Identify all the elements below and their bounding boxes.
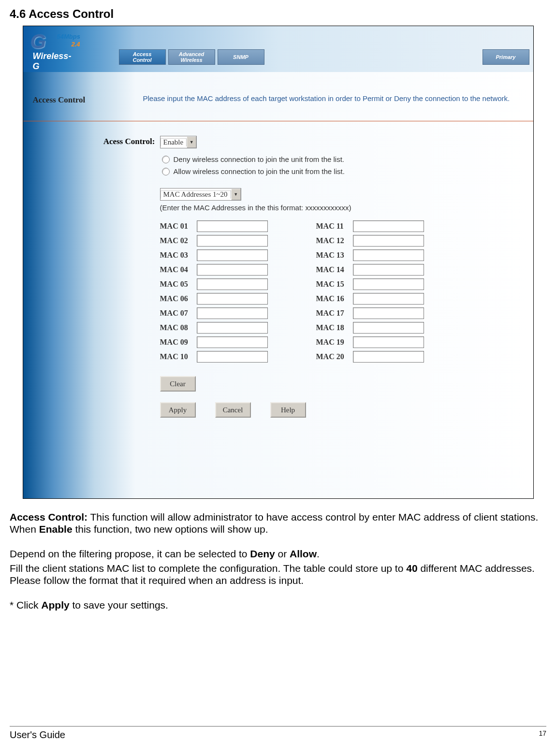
tab-snmp[interactable]: SNMP [218, 49, 264, 65]
logo-wireless-g: Wireless-G [33, 51, 72, 72]
mac-format-hint: (Enter the MAC Addresses in the this for… [160, 204, 424, 212]
mac-row: MAC 09 [160, 336, 268, 348]
mac-input-06[interactable] [197, 293, 268, 305]
apply-button[interactable]: Apply [160, 402, 196, 418]
mac-label: MAC 20 [316, 352, 353, 361]
radio-deny-row[interactable]: Deny wireless connection to join the uni… [160, 155, 424, 163]
mac-row: MAC 12 [316, 235, 424, 247]
mac-input-05[interactable] [197, 278, 268, 290]
mac-input-15[interactable] [353, 278, 424, 290]
tab-access-control[interactable]: Access Control [119, 49, 166, 65]
tab-advanced-wireless[interactable]: Advanced Wireless [168, 49, 215, 65]
access-control-select[interactable]: Enable ▼ [160, 136, 197, 148]
mac-input-16[interactable] [353, 293, 424, 305]
mac-input-20[interactable] [353, 351, 424, 363]
radio-deny-label: Deny wireless connection to join the uni… [174, 155, 345, 163]
chevron-down-icon[interactable]: ▼ [187, 136, 196, 148]
logo: G 54Mbps 2.4 Wireless-G [30, 30, 46, 53]
form-label: Acess Control: [23, 136, 155, 479]
mac-row: MAC 16 [316, 293, 424, 305]
mac-label: MAC 05 [160, 280, 197, 289]
info-label: Access Control [23, 90, 129, 111]
logo-rate: 54Mbps [57, 33, 80, 40]
mac-row: MAC 07 [160, 307, 268, 319]
mac-input-08[interactable] [197, 322, 268, 334]
mac-row: MAC 17 [316, 307, 424, 319]
doc-body: Access Control: This function will allow… [10, 511, 546, 611]
mac-row: MAC 20 [316, 351, 424, 363]
mac-input-18[interactable] [353, 322, 424, 334]
mac-col-left: MAC 01 MAC 02 MAC 03 MAC 04 MAC 05 MAC 0… [160, 220, 268, 363]
radio-allow-label: Allow wireless connection to join the un… [174, 167, 345, 175]
mac-input-07[interactable] [197, 307, 268, 319]
mac-input-10[interactable] [197, 351, 268, 363]
mac-label: MAC 11 [316, 222, 353, 231]
router-screenshot: G 54Mbps 2.4 Wireless-G Access Control A… [23, 26, 534, 499]
mac-label: MAC 15 [316, 280, 353, 289]
mac-row: MAC 08 [160, 322, 268, 334]
mac-input-09[interactable] [197, 336, 268, 348]
mac-label: MAC 17 [316, 309, 353, 318]
mac-row: MAC 14 [316, 264, 424, 276]
page-number: 17 [539, 729, 546, 741]
mac-row: MAC 05 [160, 278, 268, 290]
mac-row: MAC 18 [316, 322, 424, 334]
page-footer: User's Guide 17 [10, 726, 546, 741]
mac-label: MAC 01 [160, 222, 197, 231]
banner: G 54Mbps 2.4 Wireless-G Access Control A… [23, 26, 533, 72]
t2-b: or [275, 548, 290, 559]
mac-input-01[interactable] [197, 220, 268, 232]
help-button[interactable]: Help [270, 402, 306, 418]
radio-allow-row[interactable]: Allow wireless connection to join the un… [160, 167, 424, 175]
mac-label: MAC 14 [316, 265, 353, 274]
t3-a: Fill the client stations MAC list to com… [10, 563, 406, 574]
mac-row: MAC 15 [316, 278, 424, 290]
mac-input-14[interactable] [353, 264, 424, 276]
mac-input-12[interactable] [353, 235, 424, 247]
mac-input-03[interactable] [197, 249, 268, 261]
mac-label: MAC 18 [316, 323, 353, 332]
radio-deny[interactable] [162, 156, 170, 163]
t2-a: Depend on the filtering propose, it can … [10, 548, 250, 559]
mac-label: MAC 06 [160, 294, 197, 303]
cancel-button[interactable]: Cancel [215, 402, 251, 418]
mac-row: MAC 13 [316, 249, 424, 261]
mac-input-13[interactable] [353, 249, 424, 261]
section-title: 4.6 Access Control [10, 7, 546, 21]
mac-row: MAC 11 [316, 220, 424, 232]
mac-row: MAC 06 [160, 293, 268, 305]
mac-label: MAC 09 [160, 338, 197, 347]
t4-bold: Apply [41, 599, 69, 611]
mac-input-17[interactable] [353, 307, 424, 319]
mac-row: MAC 01 [160, 220, 268, 232]
mac-label: MAC 12 [316, 236, 353, 245]
mac-row: MAC 10 [160, 351, 268, 363]
clear-button[interactable]: Clear [160, 376, 196, 392]
access-control-select-value: Enable [161, 138, 187, 146]
mac-input-19[interactable] [353, 336, 424, 348]
mac-label: MAC 16 [316, 294, 353, 303]
mac-row: MAC 04 [160, 264, 268, 276]
t4-b: to save your settings. [70, 599, 168, 611]
mac-range-select[interactable]: MAC Addresses 1~20 ▼ [160, 188, 241, 201]
mac-table: MAC 01 MAC 02 MAC 03 MAC 04 MAC 05 MAC 0… [160, 220, 424, 363]
mac-row: MAC 19 [316, 336, 424, 348]
t2-c: . [317, 548, 320, 559]
mac-range-select-value: MAC Addresses 1~20 [161, 190, 231, 199]
mac-input-04[interactable] [197, 264, 268, 276]
form-area: Acess Control: Enable ▼ Deny wireless co… [23, 121, 533, 498]
mac-label: MAC 13 [316, 251, 353, 260]
chevron-down-icon[interactable]: ▼ [231, 189, 241, 200]
t4-a: * Click [10, 599, 41, 611]
info-text: Please input the MAC address of each tar… [129, 90, 529, 111]
logo-g: G [30, 30, 46, 53]
info-section: Access Control Please input the MAC addr… [23, 72, 533, 121]
footer-title: User's Guide [10, 729, 65, 741]
t1-b: this function, two new options will show… [73, 523, 268, 535]
mac-row: MAC 03 [160, 249, 268, 261]
radio-allow[interactable] [162, 168, 170, 175]
mac-row: MAC 02 [160, 235, 268, 247]
mac-input-11[interactable] [353, 220, 424, 232]
tab-primary[interactable]: Primary [483, 49, 529, 65]
mac-input-02[interactable] [197, 235, 268, 247]
